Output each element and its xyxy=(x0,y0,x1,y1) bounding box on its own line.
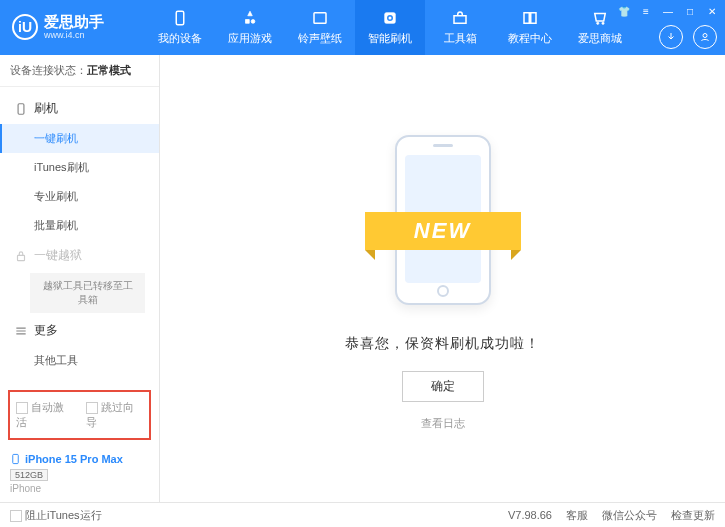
menu-download-firmware[interactable]: 下载固件 xyxy=(0,375,159,384)
jailbreak-note: 越狱工具已转移至工具箱 xyxy=(30,273,145,313)
nav-label: 教程中心 xyxy=(508,31,552,46)
skip-guide-checkbox[interactable]: 跳过向导 xyxy=(86,400,144,430)
menu-pro-flash[interactable]: 专业刷机 xyxy=(0,182,159,211)
nav-tutorials[interactable]: 教程中心 xyxy=(495,0,565,55)
more-icon xyxy=(14,324,28,338)
footer: 阻止iTunes运行 V7.98.66 客服 微信公众号 检查更新 xyxy=(0,502,725,527)
new-banner: NEW xyxy=(365,212,521,250)
svg-rect-1 xyxy=(314,13,326,24)
svg-rect-2 xyxy=(385,13,396,24)
book-icon xyxy=(520,9,540,27)
svg-rect-3 xyxy=(454,16,466,24)
ok-button[interactable]: 确定 xyxy=(402,371,484,402)
main-nav: 我的设备 应用游戏 铃声壁纸 智能刷机 工具箱 教程中心 爱思商城 xyxy=(145,0,635,55)
phone-icon xyxy=(170,9,190,27)
main-content: NEW 恭喜您，保资料刷机成功啦！ 确定 查看日志 xyxy=(160,55,725,502)
group-label: 更多 xyxy=(34,322,58,339)
maximize-icon[interactable]: □ xyxy=(683,4,697,18)
customer-service-link[interactable]: 客服 xyxy=(566,508,588,523)
success-message: 恭喜您，保资料刷机成功啦！ xyxy=(345,335,540,353)
toolbox-icon xyxy=(450,9,470,27)
app-name: 爱思助手 xyxy=(44,14,104,31)
image-icon xyxy=(310,9,330,27)
svg-rect-7 xyxy=(18,103,24,114)
device-name[interactable]: iPhone 15 Pro Max xyxy=(10,452,149,466)
nav-my-device[interactable]: 我的设备 xyxy=(145,0,215,55)
sidebar: 设备连接状态：正常模式 刷机 一键刷机 iTunes刷机 专业刷机 批量刷机 一… xyxy=(0,55,160,502)
svg-rect-8 xyxy=(18,255,25,260)
menu-icon[interactable]: ≡ xyxy=(639,4,653,18)
logo-area: iU 爱思助手 www.i4.cn xyxy=(0,14,145,40)
group-label: 刷机 xyxy=(34,100,58,117)
nav-label: 爱思商城 xyxy=(578,31,622,46)
svg-rect-9 xyxy=(13,454,19,463)
menu-batch-flash[interactable]: 批量刷机 xyxy=(0,211,159,240)
menu-other-tools[interactable]: 其他工具 xyxy=(0,346,159,375)
minimize-icon[interactable]: — xyxy=(661,4,675,18)
view-log-link[interactable]: 查看日志 xyxy=(421,416,465,431)
nav-apps-games[interactable]: 应用游戏 xyxy=(215,0,285,55)
user-button[interactable] xyxy=(693,25,717,49)
phone-icon xyxy=(10,452,21,466)
app-header: iU 爱思助手 www.i4.cn 我的设备 应用游戏 铃声壁纸 智能刷机 工具… xyxy=(0,0,725,55)
group-label: 一键越狱 xyxy=(34,247,82,264)
menu-one-key-flash[interactable]: 一键刷机 xyxy=(0,124,159,153)
options-row: 自动激活 跳过向导 xyxy=(8,390,151,440)
skin-icon[interactable]: 👕 xyxy=(617,4,631,18)
nav-label: 智能刷机 xyxy=(368,31,412,46)
svg-rect-0 xyxy=(176,11,184,25)
cart-icon xyxy=(590,9,610,27)
nav-ringtones[interactable]: 铃声壁纸 xyxy=(285,0,355,55)
nav-label: 我的设备 xyxy=(158,31,202,46)
logo-icon: iU xyxy=(12,14,38,40)
device-type: iPhone xyxy=(10,483,149,494)
sidebar-menu: 刷机 一键刷机 iTunes刷机 专业刷机 批量刷机 一键越狱 越狱工具已转移至… xyxy=(0,87,159,384)
nav-label: 应用游戏 xyxy=(228,31,272,46)
auto-activate-checkbox[interactable]: 自动激活 xyxy=(16,400,74,430)
device-storage: 512GB xyxy=(10,469,48,481)
nav-smart-flash[interactable]: 智能刷机 xyxy=(355,0,425,55)
close-icon[interactable]: ✕ xyxy=(705,4,719,18)
menu-group-more[interactable]: 更多 xyxy=(0,315,159,346)
connection-status: 设备连接状态：正常模式 xyxy=(0,55,159,87)
nav-toolbox[interactable]: 工具箱 xyxy=(425,0,495,55)
device-info: iPhone 15 Pro Max 512GB iPhone xyxy=(0,446,159,502)
block-itunes-checkbox[interactable]: 阻止iTunes运行 xyxy=(10,508,102,523)
check-update-link[interactable]: 检查更新 xyxy=(671,508,715,523)
version-label: V7.98.66 xyxy=(508,509,552,521)
refresh-icon xyxy=(380,9,400,27)
menu-group-flash[interactable]: 刷机 xyxy=(0,93,159,124)
window-controls: 👕 ≡ — □ ✕ xyxy=(617,4,719,18)
header-actions xyxy=(659,25,717,49)
status-label: 设备连接状态： xyxy=(10,64,87,76)
app-icon xyxy=(240,9,260,27)
svg-point-5 xyxy=(602,22,604,24)
nav-label: 工具箱 xyxy=(444,31,477,46)
svg-point-4 xyxy=(597,22,599,24)
app-url: www.i4.cn xyxy=(44,31,104,41)
nav-label: 铃声壁纸 xyxy=(298,31,342,46)
wechat-link[interactable]: 微信公众号 xyxy=(602,508,657,523)
menu-itunes-flash[interactable]: iTunes刷机 xyxy=(0,153,159,182)
lock-icon xyxy=(14,249,28,263)
download-button[interactable] xyxy=(659,25,683,49)
svg-point-6 xyxy=(703,34,707,38)
flash-icon xyxy=(14,102,28,116)
menu-group-jailbreak: 一键越狱 xyxy=(0,240,159,271)
status-value: 正常模式 xyxy=(87,64,131,76)
phone-illustration: NEW xyxy=(373,127,513,317)
